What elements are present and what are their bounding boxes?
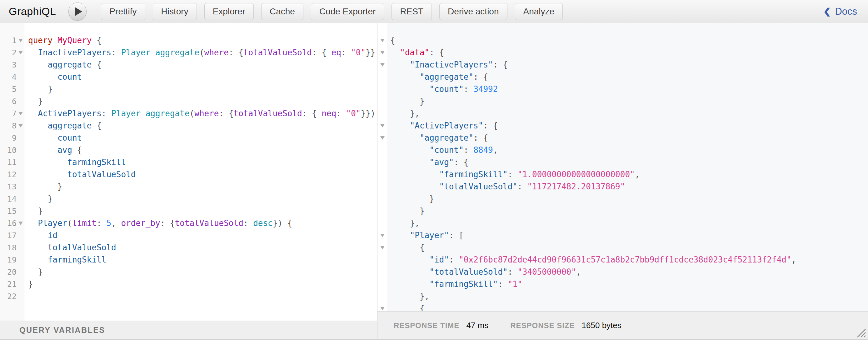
- query-variables-header[interactable]: QUERY VARIABLES: [0, 321, 377, 339]
- fold-arrow-icon[interactable]: [377, 39, 388, 42]
- code-text: }: [25, 95, 43, 107]
- line-number-cell: 21: [0, 278, 25, 290]
- editor-line: 1query MyQuery {: [0, 34, 377, 47]
- code-text: "totalValueSold": "3405000000",: [388, 266, 581, 278]
- line-number: 10: [7, 144, 17, 156]
- fold-arrow-icon[interactable]: [17, 112, 25, 115]
- response-line: "count": 34992: [377, 83, 868, 95]
- fold-arrow-icon[interactable]: [17, 39, 25, 42]
- code-text: {: [388, 242, 425, 254]
- fold-arrow-icon[interactable]: [377, 234, 388, 237]
- line-number: 17: [7, 229, 17, 242]
- execute-query-button[interactable]: [68, 2, 87, 21]
- code-text: },: [388, 290, 429, 303]
- fold-arrow-icon[interactable]: [17, 51, 25, 54]
- toolbar-button-rest[interactable]: REST: [392, 3, 432, 20]
- line-number-cell: 14: [0, 193, 25, 205]
- code-text: ActivePlayers: Player_aggregate(where: {…: [25, 107, 375, 120]
- code-text: "count": 34992: [388, 83, 498, 95]
- code-text: Player(limit: 5, order_by: {totalValueSo…: [25, 217, 292, 229]
- code-text: }: [25, 278, 33, 290]
- editor-line: 20 }: [0, 266, 377, 278]
- query-editor-pane: 1query MyQuery {2 InactivePlayers: Playe…: [0, 23, 377, 339]
- code-text: "avg": {: [388, 156, 468, 168]
- line-number: 4: [12, 71, 17, 83]
- editor-line: 6 }: [0, 95, 377, 107]
- response-footer: RESPONSE TIME 47 ms RESPONSE SIZE 1650 b…: [377, 311, 868, 339]
- code-text: }: [388, 193, 434, 205]
- toolbar-button-derive-action[interactable]: Derive action: [439, 3, 507, 20]
- line-number-cell: 9: [0, 132, 25, 144]
- response-line: "InactivePlayers": {: [377, 59, 868, 71]
- app-title: GraphiQL: [9, 5, 56, 18]
- response-line: "farmingSkill": "1.00000000000000000000"…: [377, 168, 868, 181]
- line-number-cell: 13: [0, 181, 25, 193]
- query-editor[interactable]: 1query MyQuery {2 InactivePlayers: Playe…: [0, 23, 377, 303]
- toolbar-button-analyze[interactable]: Analyze: [515, 3, 563, 20]
- response-line: },: [377, 290, 868, 303]
- line-number: 13: [7, 181, 17, 193]
- chevron-left-icon: ❮: [823, 6, 831, 17]
- response-line: {: [377, 242, 868, 254]
- response-line: "Player": [: [377, 229, 868, 242]
- code-text: farmingSkill: [25, 156, 126, 168]
- fold-arrow-icon[interactable]: [377, 51, 388, 54]
- toolbar-button-cache[interactable]: Cache: [261, 3, 303, 20]
- fold-arrow-icon[interactable]: [377, 63, 388, 67]
- line-number-cell: 11: [0, 156, 25, 168]
- line-number-cell: 19: [0, 254, 25, 266]
- code-text: avg {: [25, 144, 82, 156]
- response-time-value: 47 ms: [466, 321, 488, 330]
- line-number: 6: [12, 95, 17, 107]
- response-line: "farmingSkill": "1": [377, 278, 868, 290]
- response-line: },: [377, 217, 868, 229]
- code-text: },: [388, 107, 420, 120]
- line-number: 19: [7, 254, 17, 266]
- response-line: "data": {: [377, 47, 868, 59]
- toolbar-button-code-exporter[interactable]: Code Exporter: [311, 3, 384, 20]
- line-number-cell: 3: [0, 59, 25, 71]
- fold-arrow-icon[interactable]: [377, 246, 388, 249]
- docs-button[interactable]: ❮ Docs: [813, 0, 868, 23]
- line-number: 12: [7, 168, 17, 181]
- fold-arrow-icon[interactable]: [17, 124, 25, 127]
- editor-line: 19 farmingSkill: [0, 254, 377, 266]
- fold-arrow-icon[interactable]: [17, 222, 25, 225]
- toolbar-button-prettify[interactable]: Prettify: [101, 3, 145, 20]
- code-text: "count": 8849,: [388, 144, 498, 156]
- response-line: "avg": {: [377, 156, 868, 168]
- line-number: 9: [12, 132, 17, 144]
- line-number: 15: [7, 205, 17, 217]
- play-icon: [75, 7, 82, 16]
- line-number: 2: [12, 47, 17, 59]
- resize-grip[interactable]: [856, 328, 866, 338]
- editor-line: 3 aggregate {: [0, 59, 377, 71]
- fold-arrow-icon[interactable]: [377, 307, 388, 310]
- line-number-cell: 5: [0, 83, 25, 95]
- editor-line: 21}: [0, 278, 377, 290]
- workspace: 1query MyQuery {2 InactivePlayers: Playe…: [0, 23, 868, 339]
- line-number-cell: 2: [0, 47, 25, 59]
- code-text: "InactivePlayers": {: [388, 59, 508, 71]
- line-number: 11: [7, 156, 17, 168]
- response-viewer: { "data": { "InactivePlayers": { "aggreg…: [377, 23, 868, 315]
- line-number-cell: 16: [0, 217, 25, 229]
- editor-line: 8 aggregate {: [0, 120, 377, 132]
- toolbar-button-explorer[interactable]: Explorer: [204, 3, 254, 20]
- response-line: "ActivePlayers": {: [377, 120, 868, 132]
- line-number: 8: [12, 120, 17, 132]
- code-text: "Player": [: [388, 229, 464, 242]
- toolbar-button-history[interactable]: History: [153, 3, 197, 20]
- line-number: 3: [12, 59, 17, 71]
- line-number: 14: [7, 193, 17, 205]
- line-number-cell: 6: [0, 95, 25, 107]
- code-text: }: [25, 181, 62, 193]
- line-number-cell: 1: [0, 34, 25, 47]
- fold-arrow-icon[interactable]: [377, 136, 388, 140]
- code-text: {: [388, 34, 395, 47]
- docs-label: Docs: [835, 6, 857, 17]
- code-text: farmingSkill: [25, 254, 106, 266]
- code-text: aggregate {: [25, 120, 101, 132]
- fold-arrow-icon[interactable]: [377, 124, 388, 127]
- code-text: "farmingSkill": "1.00000000000000000000"…: [388, 168, 640, 181]
